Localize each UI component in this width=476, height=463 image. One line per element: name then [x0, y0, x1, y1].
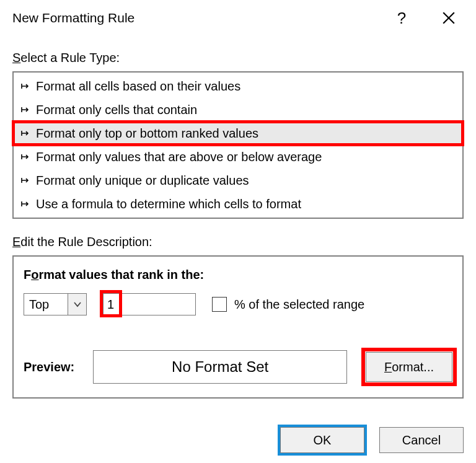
title-bar: New Formatting Rule ?	[0, 0, 476, 35]
bullet-icon	[20, 106, 31, 113]
rule-type-item-0[interactable]: Format all cells based on their values	[14, 74, 462, 98]
close-icon	[442, 11, 456, 25]
close-button[interactable]	[438, 7, 460, 29]
rule-type-item-5[interactable]: Use a formula to determine which cells t…	[14, 192, 462, 216]
rule-type-text: Format only values that are above or bel…	[36, 148, 322, 166]
bullet-icon	[20, 200, 31, 208]
rule-type-text: Format all cells based on their values	[36, 77, 240, 95]
rule-type-text: Format only unique or duplicate values	[36, 171, 249, 190]
dialog-content: Select a Rule Type: Format all cells bas…	[0, 51, 476, 399]
percent-label: % of the selected range	[234, 298, 364, 312]
percent-checkbox-group: % of the selected range	[212, 297, 364, 312]
rule-type-item-1[interactable]: Format only cells that contain	[14, 98, 462, 121]
rule-type-text: Use a formula to determine which cells t…	[36, 195, 301, 213]
bullet-icon	[20, 177, 31, 184]
new-formatting-rule-dialog: New Formatting Rule ? Select a Rule Type…	[0, 0, 476, 463]
rank-controls-row: Top % of the selected range	[24, 293, 452, 315]
ok-button[interactable]: OK	[280, 427, 364, 453]
percent-checkbox[interactable]	[212, 297, 227, 312]
format-button-wrap: Format...	[366, 352, 452, 382]
rule-type-item-2[interactable]: Format only top or bottom ranked values	[14, 121, 462, 145]
combo-dropdown-button[interactable]	[68, 294, 86, 315]
dialog-title: New Formatting Rule	[12, 11, 134, 25]
format-values-rank-label: Format values that rank in the:	[24, 268, 452, 282]
rank-value-wrap	[103, 293, 196, 315]
rule-type-item-4[interactable]: Format only unique or duplicate values	[14, 169, 462, 192]
format-button[interactable]: Format...	[366, 352, 452, 382]
top-bottom-combo[interactable]: Top	[24, 293, 87, 315]
rule-type-text: Format only top or bottom ranked values	[36, 124, 258, 143]
bullet-icon	[20, 82, 31, 90]
rule-type-text: Format only cells that contain	[36, 100, 197, 119]
help-button[interactable]: ?	[390, 7, 413, 29]
dialog-button-row: OK Cancel	[280, 427, 464, 453]
select-rule-type-label: Select a Rule Type:	[12, 51, 464, 65]
bullet-icon	[20, 153, 31, 161]
rank-value-input[interactable]	[103, 293, 196, 315]
rule-type-list[interactable]: Format all cells based on their values F…	[12, 71, 464, 219]
bullet-icon	[20, 130, 31, 137]
titlebar-buttons: ?	[390, 7, 464, 29]
rule-type-item-3[interactable]: Format only values that are above or bel…	[14, 145, 462, 169]
edit-rule-description-label: Edit the Rule Description:	[12, 235, 464, 249]
rule-description-box: Format values that rank in the: Top % of…	[12, 255, 464, 399]
preview-label: Preview:	[24, 360, 74, 374]
top-bottom-value: Top	[24, 298, 68, 312]
preview-box: No Format Set	[93, 350, 347, 384]
preview-row: Preview: No Format Set Format...	[24, 350, 452, 384]
chevron-down-icon	[73, 301, 82, 307]
cancel-button[interactable]: Cancel	[379, 427, 464, 453]
